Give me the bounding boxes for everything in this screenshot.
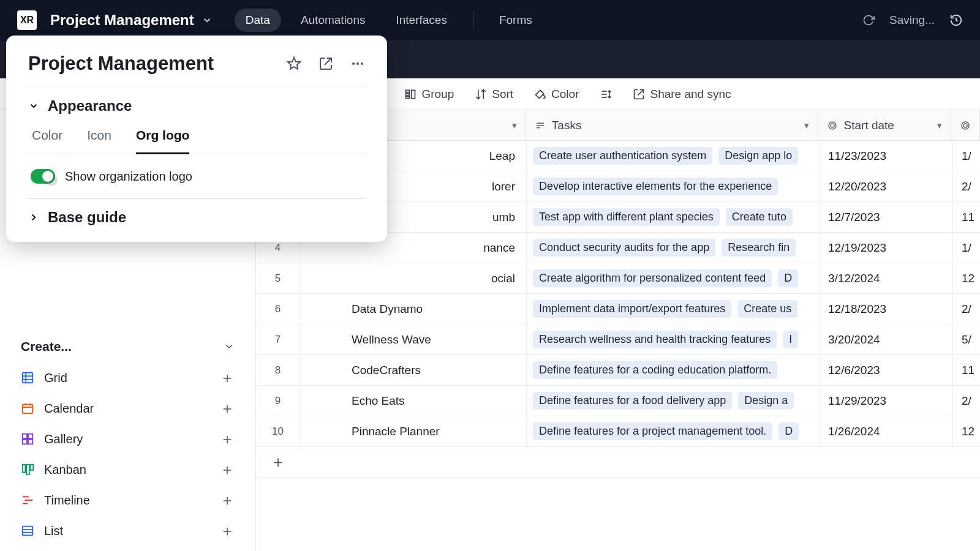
cell-project[interactable]: Echo Eats: [300, 386, 527, 416]
cell-startdate[interactable]: 12/20/2023: [820, 171, 953, 201]
org-logo[interactable]: XR: [17, 10, 37, 30]
create-grid-item[interactable]: Grid ＋: [12, 362, 243, 393]
svg-rect-1: [406, 93, 410, 95]
tool-sort[interactable]: Sort: [475, 88, 513, 101]
appearance-tab-icon[interactable]: Icon: [87, 128, 111, 154]
cell-project[interactable]: Data Dynamo: [300, 294, 527, 324]
cell-next[interactable]: 2/: [953, 294, 980, 324]
cell-startdate[interactable]: 12/7/2023: [820, 202, 953, 232]
cell-startdate[interactable]: 12/18/2023: [820, 294, 953, 324]
plus-icon[interactable]: ＋: [220, 490, 235, 510]
task-tag[interactable]: Research wellness and health tracking fe…: [533, 331, 777, 348]
tool-color[interactable]: Color: [534, 88, 579, 101]
appearance-section-toggle[interactable]: Appearance: [28, 97, 365, 114]
cell-startdate[interactable]: 12/19/2023: [820, 233, 953, 263]
plus-icon[interactable]: ＋: [220, 399, 235, 418]
cell-project[interactable]: ocial: [300, 263, 527, 293]
base-guide-section-toggle[interactable]: Base guide: [28, 199, 365, 228]
task-tag[interactable]: D: [778, 422, 799, 440]
column-header-tasks[interactable]: Tasks ▾: [526, 110, 818, 140]
task-tag[interactable]: Research fin: [722, 239, 796, 257]
rowheight-icon: [600, 88, 612, 100]
history-icon[interactable]: [949, 13, 963, 27]
cell-tasks[interactable]: Define features for a food delivery appD…: [527, 386, 820, 416]
appearance-tab-color[interactable]: Color: [32, 128, 62, 154]
nav-tab-interfaces[interactable]: Interfaces: [385, 9, 458, 32]
task-tag[interactable]: Design a: [738, 392, 794, 410]
cell-startdate[interactable]: 1/26/2024: [820, 416, 953, 446]
create-section-toggle[interactable]: Create...: [12, 331, 243, 362]
cell-next[interactable]: 1/: [953, 141, 980, 171]
cell-next[interactable]: 12: [953, 416, 980, 446]
task-tag[interactable]: Create user authentication system: [533, 147, 712, 165]
cell-startdate[interactable]: 11/29/2023: [820, 386, 953, 416]
create-timeline-item[interactable]: Timeline ＋: [12, 485, 243, 515]
task-tag[interactable]: Create us: [737, 300, 797, 318]
plus-icon[interactable]: ＋: [220, 368, 235, 388]
cell-project[interactable]: Pinnacle Planner: [300, 416, 527, 446]
cell-tasks[interactable]: Implement data import/export featuresCre…: [527, 294, 820, 324]
plus-icon[interactable]: ＋: [220, 521, 235, 541]
cell-tasks[interactable]: Create algorithm for personalized conten…: [527, 263, 820, 293]
cell-tasks[interactable]: Research wellness and health tracking fe…: [527, 324, 820, 354]
plus-icon[interactable]: ＋: [220, 429, 235, 449]
task-tag[interactable]: Conduct security audits for the app: [533, 239, 715, 257]
create-gallery-item[interactable]: Gallery ＋: [12, 424, 243, 454]
task-tag[interactable]: Create tuto: [726, 208, 793, 226]
cell-startdate[interactable]: 3/20/2024: [820, 324, 953, 354]
nav-tab-automations[interactable]: Automations: [290, 9, 377, 32]
base-title-dropdown[interactable]: Project Management: [50, 12, 213, 29]
nav-tab-data[interactable]: Data: [235, 9, 281, 32]
more-icon[interactable]: [350, 56, 365, 71]
cell-startdate[interactable]: 11/23/2023: [820, 141, 953, 171]
task-tag[interactable]: Design app lo: [718, 147, 798, 165]
tool-rowheight[interactable]: [600, 88, 612, 100]
appearance-tab-orglogo[interactable]: Org logo: [136, 128, 190, 154]
cell-tasks[interactable]: Conduct security audits for the appResea…: [527, 233, 820, 263]
table-row[interactable]: 5 ocial Create algorithm for personalize…: [256, 263, 980, 294]
task-tag[interactable]: I: [783, 331, 798, 348]
show-org-logo-toggle[interactable]: [31, 169, 55, 184]
task-tag[interactable]: Define features for a food delivery app: [533, 392, 732, 410]
column-header-next[interactable]: [951, 110, 980, 140]
task-tag[interactable]: Define features for a coding education p…: [533, 361, 777, 379]
open-external-icon[interactable]: [318, 56, 333, 71]
table-row[interactable]: 8 CodeCrafters Define features for a cod…: [256, 355, 980, 386]
task-tag[interactable]: D: [778, 269, 798, 287]
cell-project[interactable]: Wellness Wave: [300, 324, 527, 354]
nav-tab-forms[interactable]: Forms: [488, 9, 543, 32]
create-calendar-item[interactable]: Calendar ＋: [12, 393, 243, 424]
task-tag[interactable]: Define features for a project management…: [533, 422, 772, 440]
cell-tasks[interactable]: Develop interactive elements for the exp…: [527, 171, 820, 201]
cell-tasks[interactable]: Create user authentication systemDesign …: [527, 141, 820, 171]
cell-tasks[interactable]: Test app with different plant speciesCre…: [527, 202, 820, 232]
cell-next[interactable]: 12: [953, 263, 980, 293]
table-row[interactable]: 10 Pinnacle Planner Define features for …: [256, 416, 980, 447]
task-tag[interactable]: Test app with different plant species: [533, 208, 720, 226]
plus-icon[interactable]: ＋: [220, 460, 235, 479]
create-list-item[interactable]: List ＋: [12, 515, 243, 546]
task-tag[interactable]: Develop interactive elements for the exp…: [533, 178, 778, 195]
tool-group[interactable]: Group: [404, 88, 454, 101]
cell-next[interactable]: 1/: [953, 233, 980, 263]
add-row[interactable]: ＋: [256, 447, 980, 478]
cell-next[interactable]: 11: [953, 202, 980, 232]
table-row[interactable]: 6 Data Dynamo Implement data import/expo…: [256, 294, 980, 324]
column-header-startdate[interactable]: Start date ▾: [818, 110, 951, 140]
cell-tasks[interactable]: Define features for a coding education p…: [527, 355, 820, 385]
cell-next[interactable]: 11: [953, 355, 980, 385]
table-row[interactable]: 9 Echo Eats Define features for a food d…: [256, 386, 980, 416]
star-icon[interactable]: [287, 56, 301, 71]
tool-share[interactable]: Share and sync: [633, 88, 731, 101]
task-tag[interactable]: Implement data import/export features: [533, 300, 731, 318]
table-row[interactable]: 7 Wellness Wave Research wellness and he…: [256, 324, 980, 355]
cell-next[interactable]: 2/: [953, 171, 980, 201]
cell-startdate[interactable]: 12/6/2023: [820, 355, 953, 385]
cell-next[interactable]: 5/: [953, 324, 980, 354]
cell-tasks[interactable]: Define features for a project management…: [527, 416, 820, 446]
task-tag[interactable]: Create algorithm for personalized conten…: [533, 269, 772, 287]
cell-next[interactable]: 2/: [953, 386, 980, 416]
create-kanban-item[interactable]: Kanban ＋: [12, 454, 243, 485]
cell-project[interactable]: CodeCrafters: [300, 355, 527, 385]
cell-startdate[interactable]: 3/12/2024: [820, 263, 953, 293]
